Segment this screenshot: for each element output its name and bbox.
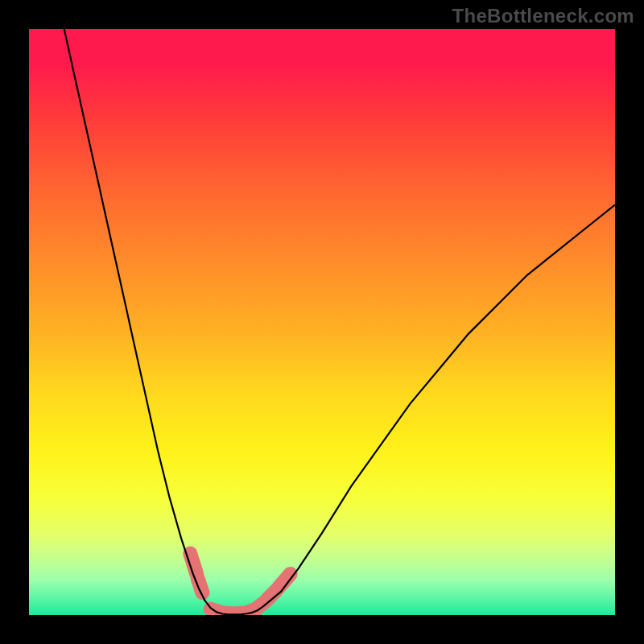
highlight-group (190, 554, 291, 614)
plot-area (29, 29, 615, 615)
curve-svg (29, 29, 615, 615)
chart-frame: TheBottleneck.com (0, 0, 644, 644)
watermark-text: TheBottleneck.com (452, 5, 634, 27)
v-curve (64, 29, 615, 614)
